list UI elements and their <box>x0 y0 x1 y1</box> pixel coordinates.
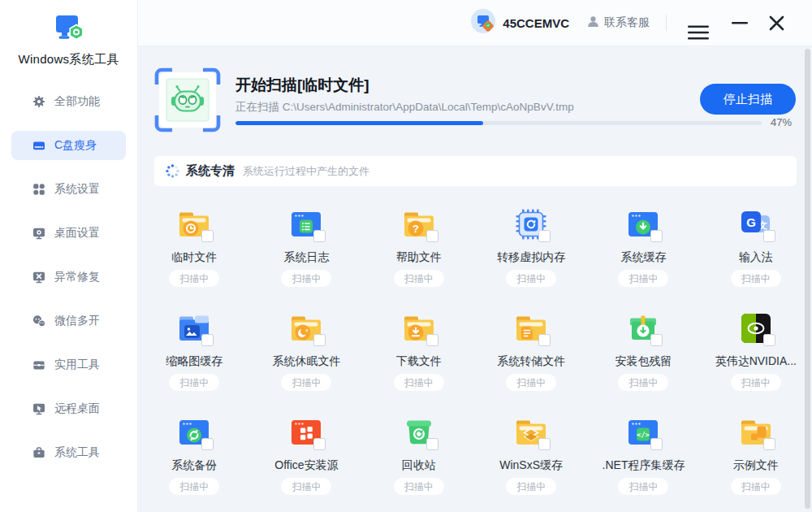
sidebar-item-monitor-fix[interactable]: 异常修复 <box>11 263 126 292</box>
category-item[interactable]: 临时文件扫描中 <box>138 206 250 287</box>
category-item[interactable]: ?帮助文件扫描中 <box>363 206 475 287</box>
sidebar-item-briefcase[interactable]: 系统工具 <box>11 438 126 467</box>
item-label: 示例文件 <box>733 458 779 473</box>
category-item[interactable]: 安装包残留扫描中 <box>587 310 699 391</box>
item-status-badge: 扫描中 <box>731 270 781 287</box>
item-checkbox[interactable] <box>650 334 663 346</box>
wechat-icon <box>32 315 45 328</box>
item-status-badge: 扫描中 <box>394 478 444 495</box>
contact-support-button[interactable]: 联系客服 <box>587 15 650 30</box>
item-label: 安装包残留 <box>615 354 672 369</box>
category-item[interactable]: 回收站扫描中 <box>363 414 475 495</box>
item-checkbox[interactable] <box>763 230 775 242</box>
sidebar-item-label: 系统工具 <box>54 445 100 460</box>
item-checkbox[interactable] <box>538 230 551 242</box>
item-checkbox[interactable] <box>763 334 775 346</box>
monitor-fix-icon <box>32 271 45 284</box>
item-checkbox[interactable] <box>650 438 663 450</box>
sidebar-item-grid[interactable]: 系统设置 <box>11 175 126 204</box>
sidebar-item-monitor-remote[interactable]: 远程桌面 <box>11 394 126 423</box>
category-item[interactable]: Office安装源扫描中 <box>250 414 362 495</box>
package-icon <box>625 310 661 346</box>
category-item[interactable]: 系统转储文件扫描中 <box>475 310 587 391</box>
folder-download-icon <box>401 310 437 346</box>
sidebar-item-monitor-gear[interactable]: 桌面设置 <box>11 219 126 248</box>
main-menu-button[interactable] <box>685 22 712 43</box>
scan-status-path: 正在扫描 C:\Users\Administrator\AppData\Loca… <box>235 100 574 115</box>
item-checkbox[interactable] <box>201 230 214 242</box>
monitor-gear-icon <box>32 227 45 240</box>
item-label: 缩略图缓存 <box>166 354 222 369</box>
folder-sleep-icon: z <box>288 310 324 346</box>
item-status-badge: 扫描中 <box>281 374 331 391</box>
item-checkbox[interactable] <box>426 438 438 450</box>
category-item[interactable]: 系统日志扫描中 <box>250 206 362 287</box>
item-checkbox[interactable] <box>426 334 438 346</box>
main-content: 开始扫描[临时文件] 正在扫描 C:\Users\Administrator\A… <box>138 46 812 512</box>
category-item[interactable]: WinSxS缓存扫描中 <box>475 414 587 495</box>
nvidia-icon <box>738 310 774 346</box>
folder-dump-icon <box>513 310 549 346</box>
item-label: 英伟达NVIDIA... <box>715 354 797 369</box>
sidebar-item-label: 系统设置 <box>54 182 100 197</box>
item-checkbox[interactable] <box>201 438 214 450</box>
folder-image-icon <box>176 310 212 346</box>
category-item[interactable]: 英伟达NVIDIA...扫描中 <box>700 310 812 391</box>
sidebar-item-label: 微信多开 <box>54 314 100 328</box>
contact-support-label: 联系客服 <box>604 15 650 30</box>
category-item[interactable]: 系统备份扫描中 <box>138 414 250 495</box>
category-item[interactable]: 下载文件扫描中 <box>363 310 475 391</box>
item-label: 转移虚拟内存 <box>497 250 565 265</box>
item-checkbox[interactable] <box>538 438 551 450</box>
category-item[interactable]: </>.NET程序集缓存扫描中 <box>587 414 699 495</box>
window-sync-icon <box>176 414 212 450</box>
category-item[interactable]: 转移虚拟内存扫描中 <box>475 206 587 287</box>
window-log-icon <box>288 206 324 242</box>
stop-scan-button[interactable]: 停止扫描 <box>700 84 796 115</box>
user-account[interactable]: 45CCEMVC <box>471 9 569 37</box>
vertical-scrollbar[interactable] <box>805 49 810 509</box>
folder-help-icon: ? <box>401 206 437 242</box>
svg-text:G: G <box>746 215 756 229</box>
item-status-badge: 扫描中 <box>618 478 668 495</box>
item-label: .NET程序集缓存 <box>603 458 685 473</box>
titlebar: 45CCEMVC 联系客服 <box>138 0 812 46</box>
item-status-badge: 扫描中 <box>506 478 556 495</box>
item-checkbox[interactable] <box>763 438 775 450</box>
category-item[interactable]: 缩略图缓存扫描中 <box>138 310 250 391</box>
category-item[interactable]: 示例文件扫描中 <box>700 414 812 495</box>
item-checkbox[interactable] <box>426 230 438 242</box>
user-avatar-icon <box>471 9 495 37</box>
sidebar-item-toolbox[interactable]: 实用工具 <box>11 350 126 380</box>
item-status-badge: 扫描中 <box>731 374 781 391</box>
spinner-icon <box>166 164 179 178</box>
item-label: 系统缓存 <box>620 250 666 265</box>
minimize-button[interactable] <box>728 13 751 33</box>
item-label: 回收站 <box>402 458 436 473</box>
sidebar-item-wechat[interactable]: 微信多开 <box>11 306 126 336</box>
sidebar-item-gear[interactable]: 全部功能 <box>11 87 126 116</box>
category-item[interactable]: 系统缓存扫描中 <box>587 206 699 287</box>
item-checkbox[interactable] <box>650 230 663 242</box>
folder-layers-icon <box>513 414 549 450</box>
chip-icon <box>513 206 549 242</box>
category-item[interactable]: z系统休眠文件扫描中 <box>250 310 362 391</box>
section-subtitle: 系统运行过程中产生的文件 <box>243 164 369 179</box>
item-status-badge: 扫描中 <box>169 270 219 287</box>
sidebar-item-disk[interactable]: C盘瘦身 <box>11 131 126 160</box>
item-status-badge: 扫描中 <box>281 478 331 495</box>
window-download-icon <box>625 206 661 242</box>
item-checkbox[interactable] <box>313 438 326 450</box>
item-checkbox[interactable] <box>201 334 214 346</box>
category-item[interactable]: 文G输入法扫描中 <box>700 206 812 287</box>
item-checkbox[interactable] <box>538 334 551 346</box>
item-checkbox[interactable] <box>313 334 326 346</box>
window-code-icon: </> <box>625 414 661 450</box>
svg-text:z: z <box>306 328 309 332</box>
item-label: 系统休眠文件 <box>272 354 340 369</box>
scan-progress-percent: 47% <box>771 116 792 128</box>
close-button[interactable] <box>766 12 788 34</box>
sidebar-item-label: 实用工具 <box>54 358 100 372</box>
item-checkbox[interactable] <box>313 230 326 242</box>
item-label: 系统转储文件 <box>497 354 565 369</box>
